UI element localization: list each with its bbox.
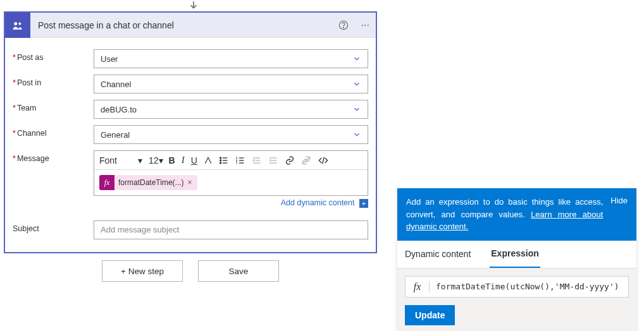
chevron-down-icon [352, 80, 361, 88]
svg-point-4 [220, 157, 221, 159]
numbered-list-button[interactable]: 123 [232, 151, 249, 169]
message-field[interactable]: Font ▾ 12 ▾ B I U [94, 150, 368, 196]
underline-button[interactable]: U [188, 151, 201, 169]
more-icon[interactable]: ··· [355, 20, 376, 31]
new-step-button[interactable]: + New step [102, 260, 183, 282]
fx-icon: fx [406, 281, 430, 292]
unlink-button[interactable] [298, 151, 314, 169]
svg-point-0 [14, 22, 17, 25]
svg-point-1 [18, 22, 21, 25]
svg-point-8 [220, 162, 221, 164]
bulleted-list-button[interactable] [216, 151, 232, 169]
subject-input[interactable] [94, 220, 368, 239]
caret-down-icon: ▾ [138, 155, 142, 166]
tab-expression[interactable]: Expression [490, 241, 540, 268]
remove-pill-icon[interactable]: × [188, 178, 192, 187]
label-subject: Subject [13, 220, 94, 233]
font-family-select[interactable]: Font ▾ [96, 151, 146, 169]
select-post-as[interactable]: User [94, 49, 368, 68]
select-post-in-value: Channel [101, 80, 131, 89]
update-button[interactable]: Update [405, 305, 455, 325]
italic-button[interactable]: I [178, 151, 188, 169]
select-post-in[interactable]: Channel [94, 75, 368, 93]
font-size-select[interactable]: 12 ▾ [146, 151, 166, 169]
save-button[interactable]: Save [198, 260, 279, 282]
caret-down-icon: ▾ [159, 155, 163, 166]
teams-icon [5, 13, 30, 38]
chevron-down-icon [352, 130, 361, 139]
bold-button[interactable]: B [166, 151, 178, 169]
help-icon[interactable] [332, 20, 355, 30]
rich-text-toolbar: Font ▾ 12 ▾ B I U [94, 151, 368, 170]
tab-dynamic-content[interactable]: Dynamic content [404, 241, 472, 268]
svg-line-23 [322, 157, 324, 164]
expression-pill-text: formatDateTime(...) [118, 178, 184, 187]
outdent-button[interactable] [249, 151, 265, 169]
label-post-as: *Post as [13, 49, 94, 62]
panel-banner: Add an expression to do basic things lik… [397, 188, 636, 241]
label-message: *Message [13, 150, 94, 163]
chevron-down-icon [352, 54, 361, 63]
plus-icon[interactable]: + [359, 199, 368, 208]
expression-text[interactable]: formatDateTime(utcNow(),'MM-dd-yyyy') [430, 282, 628, 291]
label-team: *Team [13, 100, 94, 112]
select-team[interactable]: deBUG.to [94, 100, 368, 119]
select-team-value: deBUG.to [101, 105, 137, 114]
svg-point-3 [343, 27, 344, 28]
code-view-button[interactable] [314, 151, 332, 169]
flow-arrow-down-icon [188, 0, 199, 11]
add-dynamic-content-link[interactable]: Add dynamic content [281, 198, 355, 207]
font-color-button[interactable] [201, 151, 216, 169]
card-title: Post message in a chat or channel [30, 20, 332, 30]
label-post-in: *Post in [13, 75, 94, 87]
dynamic-content-panel: Add an expression to do basic things lik… [397, 188, 636, 331]
select-channel-value: General [101, 130, 130, 140]
select-channel[interactable]: General [94, 125, 368, 144]
link-button[interactable] [282, 151, 298, 169]
action-card: Post message in a chat or channel ··· *P… [4, 11, 377, 253]
expression-input[interactable]: fx formatDateTime(utcNow(),'MM-dd-yyyy') [405, 276, 629, 298]
select-post-as-value: User [101, 54, 118, 64]
svg-point-6 [220, 160, 221, 161]
label-channel: *Channel [13, 125, 94, 138]
svg-text:3: 3 [235, 161, 237, 164]
card-header[interactable]: Post message in a chat or channel ··· [5, 13, 376, 38]
chevron-down-icon [352, 105, 361, 114]
expression-pill[interactable]: fx formatDateTime(...) × [99, 175, 197, 190]
indent-button[interactable] [265, 151, 282, 169]
hide-banner-button[interactable]: Hide [610, 196, 628, 233]
message-body[interactable]: fx formatDateTime(...) × [94, 170, 368, 195]
fx-icon: fx [99, 175, 115, 190]
